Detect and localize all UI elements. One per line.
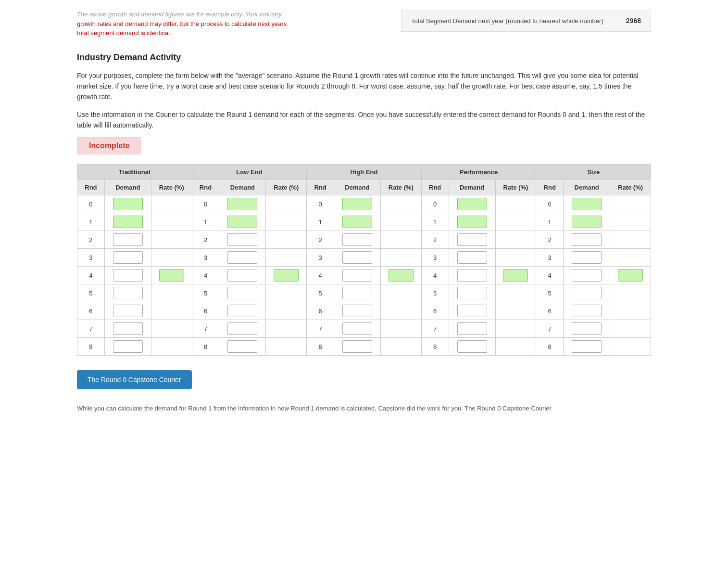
trad-demand-input-3[interactable] — [113, 251, 143, 264]
size-demand-input-2[interactable] — [572, 233, 602, 246]
size-demand-0[interactable] — [564, 195, 610, 213]
low-demand-3[interactable] — [219, 249, 266, 267]
low-demand-input-2[interactable] — [227, 233, 257, 246]
perf-rate-4[interactable] — [495, 267, 536, 284]
perf-demand-input-4[interactable] — [457, 269, 487, 282]
low-demand-0[interactable] — [219, 195, 266, 213]
high-demand-8[interactable] — [334, 338, 380, 356]
trad-demand-input-5[interactable] — [113, 287, 143, 299]
low-demand-6[interactable] — [219, 302, 266, 320]
low-demand-2[interactable] — [219, 231, 266, 249]
size-demand-7[interactable] — [564, 320, 610, 338]
perf-rate-input-4[interactable] — [503, 269, 528, 282]
perf-demand-8[interactable] — [449, 338, 495, 356]
high-rate-input-4[interactable] — [389, 269, 414, 282]
high-demand-6[interactable] — [334, 302, 380, 320]
perf-demand-input-7[interactable] — [457, 322, 487, 335]
high-demand-4[interactable] — [334, 267, 380, 284]
size-rate-4[interactable] — [610, 267, 651, 284]
trad-demand-2[interactable] — [104, 231, 151, 249]
low-demand-7[interactable] — [219, 320, 266, 338]
size-demand-input-4[interactable] — [572, 269, 602, 282]
perf-demand-5[interactable] — [449, 284, 495, 302]
size-demand-input-3[interactable] — [572, 251, 602, 264]
perf-demand-6[interactable] — [449, 302, 495, 320]
high-demand-3[interactable] — [334, 249, 380, 267]
perf-demand-4[interactable] — [449, 267, 495, 284]
perf-demand-input-1[interactable] — [457, 216, 487, 228]
trad-rate-4[interactable] — [151, 267, 192, 284]
trad-demand-5[interactable] — [104, 284, 151, 302]
high-demand-input-1[interactable] — [342, 216, 372, 228]
size-demand-input-7[interactable] — [572, 322, 602, 335]
high-demand-input-8[interactable] — [342, 340, 372, 353]
trad-demand-input-2[interactable] — [113, 233, 143, 246]
trad-demand-input-4[interactable] — [113, 269, 143, 282]
high-demand-2[interactable] — [334, 231, 380, 249]
size-demand-3[interactable] — [564, 249, 610, 267]
low-demand-input-4[interactable] — [227, 269, 257, 282]
size-demand-input-5[interactable] — [572, 287, 602, 299]
size-demand-5[interactable] — [564, 284, 610, 302]
low-demand-input-8[interactable] — [227, 340, 257, 353]
trad-demand-input-7[interactable] — [113, 322, 143, 335]
low-demand-4[interactable] — [219, 267, 266, 284]
perf-demand-input-8[interactable] — [457, 340, 487, 353]
high-demand-input-3[interactable] — [342, 251, 372, 264]
size-demand-6[interactable] — [564, 302, 610, 320]
trad-demand-8[interactable] — [104, 338, 151, 356]
size-demand-input-6[interactable] — [572, 305, 602, 317]
trad-rate-input-4[interactable] — [159, 269, 184, 282]
trad-demand-7[interactable] — [104, 320, 151, 338]
perf-demand-input-0[interactable] — [457, 198, 487, 210]
low-rate-input-4[interactable] — [274, 269, 299, 282]
trad-demand-input-6[interactable] — [113, 305, 143, 317]
size-demand-input-0[interactable] — [572, 198, 602, 210]
trad-demand-1[interactable] — [104, 213, 151, 231]
courier-button[interactable]: The Round 0 Capstone Courier — [77, 370, 192, 389]
low-demand-input-1[interactable] — [227, 216, 257, 228]
trad-demand-input-1[interactable] — [113, 216, 143, 228]
size-demand-4[interactable] — [564, 267, 610, 284]
low-demand-input-7[interactable] — [227, 322, 257, 335]
size-demand-2[interactable] — [564, 231, 610, 249]
high-demand-0[interactable] — [334, 195, 380, 213]
high-demand-5[interactable] — [334, 284, 380, 302]
size-demand-input-1[interactable] — [572, 216, 602, 228]
low-demand-input-6[interactable] — [227, 305, 257, 317]
perf-demand-input-2[interactable] — [457, 233, 487, 246]
high-demand-input-7[interactable] — [342, 322, 372, 335]
high-demand-input-6[interactable] — [342, 305, 372, 317]
low-demand-input-3[interactable] — [227, 251, 257, 264]
trad-demand-input-8[interactable] — [113, 340, 143, 353]
high-demand-input-5[interactable] — [342, 287, 372, 299]
perf-demand-2[interactable] — [449, 231, 495, 249]
low-demand-input-5[interactable] — [227, 287, 257, 299]
perf-demand-input-3[interactable] — [457, 251, 487, 264]
perf-demand-1[interactable] — [449, 213, 495, 231]
trad-demand-3[interactable] — [104, 249, 151, 267]
perf-demand-input-5[interactable] — [457, 287, 487, 299]
size-demand-input-8[interactable] — [572, 340, 602, 353]
size-demand-1[interactable] — [564, 213, 610, 231]
high-demand-7[interactable] — [334, 320, 380, 338]
trad-demand-6[interactable] — [104, 302, 151, 320]
low-demand-1[interactable] — [219, 213, 266, 231]
high-rate-4[interactable] — [381, 267, 422, 284]
low-demand-input-0[interactable] — [227, 198, 257, 210]
size-demand-8[interactable] — [564, 338, 610, 356]
size-rate-input-4[interactable] — [618, 269, 643, 282]
high-demand-input-4[interactable] — [342, 269, 372, 282]
perf-demand-3[interactable] — [449, 249, 495, 267]
perf-demand-7[interactable] — [449, 320, 495, 338]
perf-demand-input-6[interactable] — [457, 305, 487, 317]
trad-demand-input-0[interactable] — [113, 198, 143, 210]
high-demand-input-0[interactable] — [342, 198, 372, 210]
low-rate-4[interactable] — [266, 267, 307, 284]
low-demand-8[interactable] — [219, 338, 266, 356]
trad-demand-4[interactable] — [104, 267, 151, 284]
perf-demand-0[interactable] — [449, 195, 495, 213]
trad-demand-0[interactable] — [104, 195, 151, 213]
high-demand-input-2[interactable] — [342, 233, 372, 246]
high-demand-1[interactable] — [334, 213, 380, 231]
